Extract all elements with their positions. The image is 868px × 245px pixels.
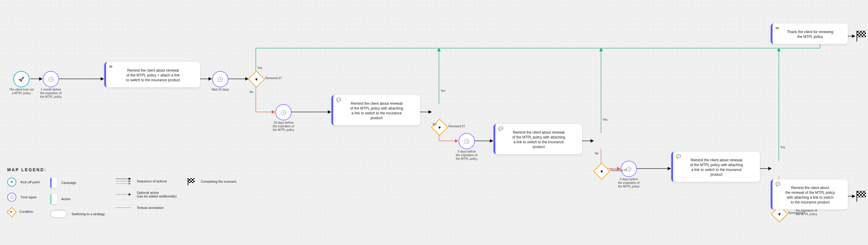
- legend-optional-label: Optional action(can be added additionall…: [137, 191, 177, 198]
- legend-action: Action: [50, 194, 105, 204]
- yes-label: Yes: [257, 66, 262, 70]
- condition-2-label: Renewed it?: [448, 125, 465, 128]
- campaign-6-text: Remind the client aboutthe renewal of th…: [777, 185, 843, 205]
- campaign-5: ✉Thank the client for renewingthe MTPL p…: [771, 24, 848, 44]
- svg-rect-3: [857, 31, 866, 37]
- start-node: 🚀 The client took outa MTPL policy: [13, 71, 30, 87]
- checkered-flag-icon: [187, 178, 196, 185]
- legend: MAP LEGEND: ✈Kick-off point 🕓Time lapse …: [7, 167, 260, 218]
- legend-kickoff: ✈Kick-off point: [7, 178, 39, 186]
- svg-rect-10: [188, 178, 195, 183]
- legend-title: MAP LEGEND:: [7, 167, 260, 172]
- timer-1-label: 1 month beforethe expiration ofthe MTPL …: [31, 88, 70, 99]
- svg-rect-4: [857, 191, 866, 198]
- timer-2-label: Wait 20 days: [200, 88, 240, 92]
- funnel-icon: ▾: [255, 76, 257, 82]
- legend-textual: Textual annotation: [116, 204, 177, 211]
- timer-5-label: 3 days beforethe expiration ofthe MTPL p…: [609, 178, 648, 188]
- legend-completing-label: Completing the scenario: [200, 180, 237, 183]
- strategy-shape: [50, 210, 67, 218]
- campaign-1: ✉Remind the client about renewalof the M…: [104, 62, 200, 87]
- timer-2: 🕓Wait 20 days: [212, 71, 228, 87]
- campaign-2-text: Remind the client about renewalof the MT…: [338, 101, 415, 120]
- legend-completing: Completing the scenario: [187, 178, 237, 185]
- legend-strategy-label: Switching to a strategy: [71, 212, 105, 216]
- no-label: No: [249, 90, 253, 94]
- clock-icon: 🕓: [212, 71, 228, 87]
- yes-label: Yes: [602, 118, 608, 121]
- campaign-swatch: [50, 178, 57, 188]
- campaign-4-text: Remind the client about renewalof the MT…: [678, 158, 755, 177]
- legend-condition: ▾Condition: [7, 208, 39, 215]
- campaign-6: 💬Remind the client aboutthe renewal of t…: [771, 179, 848, 209]
- campaign-3-text: Remind the client about renewalof the MT…: [500, 130, 577, 149]
- condition-3-label: Renewed it?: [611, 169, 627, 172]
- legend-timelapse: 🕓Time lapse: [7, 193, 39, 202]
- mail-icon: ✉: [109, 64, 113, 69]
- condition-3: ▾Renewed it?: [593, 163, 609, 178]
- timer-1: 🕓1 month beforethe expiration ofthe MTPL…: [43, 71, 59, 87]
- campaign-4: 💬Remind the client about renewalof the M…: [671, 152, 760, 182]
- campaign-5-text: Thank the client for renewingthe MTPL po…: [777, 30, 843, 39]
- timer-3-label: 10 days beforethe expiration ofthe MTPL …: [264, 121, 303, 132]
- optional-arrow: [116, 191, 132, 198]
- funnel-icon: ▾: [778, 211, 781, 217]
- no-label: No: [595, 152, 599, 155]
- condition-1-label: Renewed it?: [265, 76, 282, 80]
- clock-icon: 🕓: [459, 133, 475, 149]
- condition-4-label: Renewed it?: [788, 211, 805, 215]
- clock-icon: 🕓: [43, 71, 59, 87]
- chat-icon: 💬: [498, 127, 503, 131]
- legend-sequence: Sequence of actions: [116, 178, 177, 185]
- chat-icon: 💬: [336, 98, 341, 102]
- funnel-icon: ▾: [438, 125, 441, 130]
- yes-label: Yes: [780, 146, 785, 149]
- legend-timelapse-label: Time lapse: [21, 195, 36, 199]
- clock-icon: 🕓: [275, 104, 292, 120]
- chat-icon: 💬: [676, 154, 681, 159]
- legend-kickoff-label: Kick-off point: [21, 180, 39, 184]
- flow-canvas: 🚀 The client took outa MTPL policy 🕓1 mo…: [0, 0, 868, 245]
- finish-flag: [856, 30, 868, 42]
- campaign-1-text: Remind the client about renewalof the MT…: [111, 68, 195, 82]
- mail-icon: ✉: [776, 26, 779, 30]
- timer-4: 🕓5 days beforethe expiration ofthe MTPL …: [459, 133, 475, 149]
- campaign-2: 💬Remind the client about renewalof the M…: [332, 95, 420, 125]
- legend-campaign: Campaign: [50, 178, 105, 188]
- legend-optional: Optional action(can be added additionall…: [116, 191, 177, 198]
- condition-1: ▾Renewed it?: [248, 71, 263, 86]
- textual-line: [116, 204, 132, 211]
- no-label: No: [433, 123, 437, 126]
- rocket-icon: ✈: [7, 178, 16, 186]
- legend-action-label: Action: [61, 197, 70, 201]
- sequence-arrows: [116, 178, 132, 185]
- chat-icon: 💬: [776, 182, 780, 186]
- clock-icon: 🕓: [7, 193, 16, 202]
- condition-2: ▾Renewed it?: [431, 119, 446, 134]
- legend-condition-label: Condition: [19, 210, 33, 213]
- timer-3: 🕓10 days beforethe expiration ofthe MTPL…: [275, 104, 292, 120]
- action-swatch: [50, 194, 57, 204]
- timer-4-label: 5 days beforethe expiration ofthe MTPL p…: [447, 150, 486, 161]
- legend-sequence-label: Sequence of actions: [137, 179, 167, 183]
- campaign-3: 💬Remind the client about renewalof the M…: [494, 124, 582, 154]
- legend-textual-label: Textual annotation: [137, 206, 164, 209]
- finish-flag: [856, 189, 868, 202]
- yes-label: Yes: [440, 89, 445, 93]
- legend-strategy: Switching to a strategy: [50, 210, 105, 218]
- funnel-icon: ▾: [600, 169, 603, 174]
- legend-campaign-label: Campaign: [61, 181, 76, 184]
- rocket-icon: 🚀: [13, 71, 30, 87]
